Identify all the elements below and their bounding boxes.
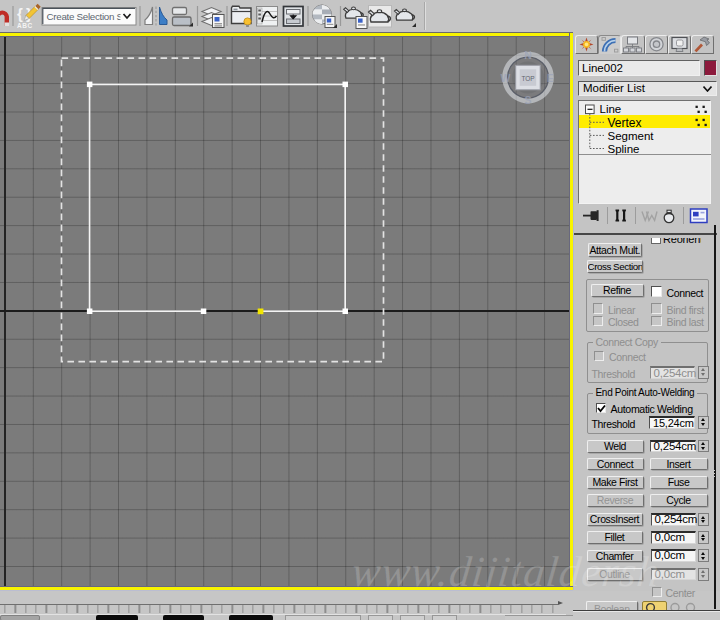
svg-text:Create Selection Se: Create Selection Se: [47, 11, 129, 22]
svg-text:S: S: [524, 94, 531, 106]
svg-text:N: N: [524, 49, 532, 61]
svg-text:Segment: Segment: [608, 129, 655, 141]
svg-text:TOP: TOP: [521, 75, 534, 82]
svg-text:E: E: [547, 72, 554, 84]
svg-text:Vertex: Vertex: [608, 115, 642, 129]
svg-text:Line: Line: [600, 103, 622, 115]
svg-text:{: {: [17, 5, 23, 22]
svg-text:W: W: [501, 72, 511, 84]
svg-text:Spline: Spline: [608, 142, 640, 154]
svg-text:ABC: ABC: [17, 22, 33, 29]
